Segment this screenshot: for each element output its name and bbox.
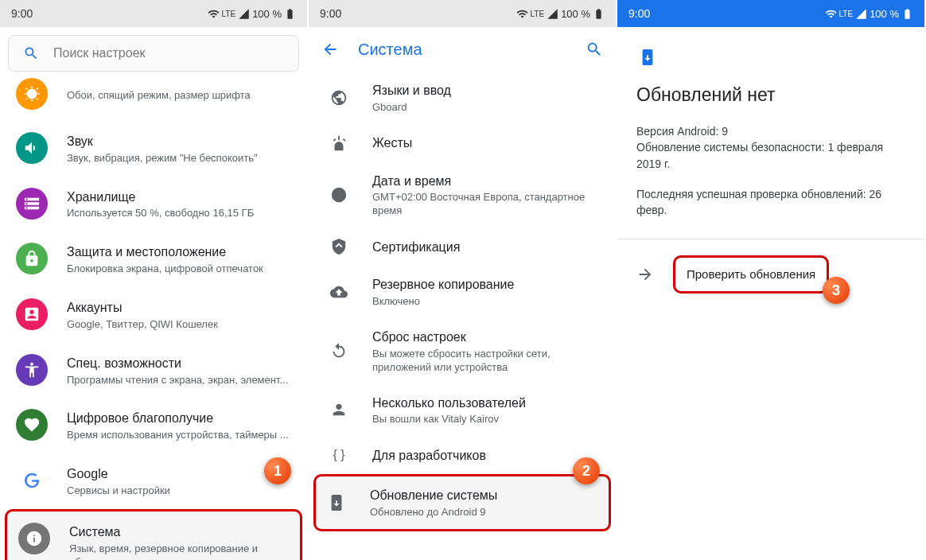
settings-item-sound[interactable]: ЗвукЗвук, вибрация, режим "Не беспокоить… <box>0 121 307 177</box>
account-icon <box>16 298 48 330</box>
callout-1: 1 <box>264 457 291 484</box>
app-bar: Система <box>309 27 616 72</box>
battery-icon <box>901 8 913 20</box>
system-item-users[interactable]: Несколько пользователейВы вошли как Vita… <box>309 384 616 437</box>
highlight-update: Обновление системыОбновлено до Android 9 <box>313 474 611 531</box>
status-time: 9:00 <box>320 7 341 20</box>
wifi-icon <box>825 8 837 20</box>
battery-label: 100 % <box>252 8 282 20</box>
sound-icon <box>16 132 48 164</box>
update-icon <box>327 493 346 512</box>
callout-3: 3 <box>823 277 850 304</box>
google-icon <box>16 465 48 496</box>
gesture-icon <box>329 134 348 153</box>
users-icon <box>329 400 348 419</box>
lock-icon <box>16 243 48 274</box>
settings-item-accessibility[interactable]: Спец. возможностиПрограммы чтения с экра… <box>0 343 307 399</box>
security-patch: Обновление системы безопасности: 1 февра… <box>636 139 905 172</box>
screen-system: 9:00 LTE 100 % Система Языки и вводGboar… <box>309 0 617 560</box>
update-phone-icon <box>636 46 659 68</box>
battery-icon <box>593 8 605 20</box>
android-version: Версия Android: 9 <box>636 123 905 139</box>
system-item-languages[interactable]: Языки и вводGboard <box>309 72 616 124</box>
battery-icon <box>284 8 296 20</box>
back-icon[interactable] <box>321 41 339 58</box>
globe-icon <box>329 88 348 107</box>
backup-icon <box>329 282 348 301</box>
signal-icon <box>547 8 558 20</box>
dev-icon: { } <box>329 445 348 465</box>
settings-item-security[interactable]: Защита и местоположениеБлокировка экрана… <box>0 231 307 287</box>
update-content: Обновлений нет Версия Android: 9 Обновле… <box>617 27 924 232</box>
status-icons: LTE 100 % <box>208 8 296 20</box>
status-bar: 9:00 LTE 100 % <box>617 0 924 27</box>
status-time: 9:00 <box>11 7 33 20</box>
search-icon <box>23 45 39 61</box>
signal-icon <box>855 8 867 20</box>
search-bar[interactable]: Поиск настроек <box>8 35 299 72</box>
check-updates-row: Проверить обновления <box>617 239 924 309</box>
settings-list: Обои, спящий режим, размер шрифта ЗвукЗв… <box>0 78 307 560</box>
status-icons: LTE 100 % <box>516 8 605 20</box>
settings-item-google[interactable]: GoogleСервисы и настройки <box>0 453 307 509</box>
settings-item-accounts[interactable]: АккаунтыGoogle, Твиттер, QIWI Кошелек <box>0 287 307 343</box>
reset-icon <box>329 341 348 360</box>
system-list: Языки и вводGboard Жесты Дата и времяGMT… <box>309 72 616 560</box>
signal-icon <box>238 8 250 20</box>
last-check: Последняя успешная проверка обновлений: … <box>636 186 905 219</box>
wifi-icon <box>516 8 528 20</box>
system-item-reset[interactable]: Сброс настроекВы можете сбросить настрой… <box>309 318 616 384</box>
system-item-update[interactable]: Обновление системыОбновлено до Android 9 <box>316 476 609 529</box>
a11y-icon <box>16 354 48 386</box>
wifi-icon <box>208 8 220 20</box>
settings-item-storage[interactable]: ХранилищеИспользуется 50 %, свободно 16,… <box>0 177 307 232</box>
system-item-datetime[interactable]: Дата и времяGMT+02:00 Восточная Европа, … <box>309 162 616 228</box>
cert-icon <box>329 237 348 256</box>
status-bar: 9:00 LTE 100 % <box>309 0 616 27</box>
update-heading: Обновлений нет <box>636 84 905 106</box>
callout-2: 2 <box>573 457 600 484</box>
system-item-gestures[interactable]: Жесты <box>309 124 616 162</box>
arrow-icon <box>636 266 654 283</box>
system-item-backup[interactable]: Резервное копированиеВключено <box>309 266 616 318</box>
network-label: LTE <box>222 10 236 18</box>
system-item-developer[interactable]: { } Для разработчиков <box>309 436 616 474</box>
settings-item-display[interactable]: Обои, спящий режим, размер шрифта <box>0 78 307 121</box>
heart-icon <box>16 409 48 441</box>
search-icon[interactable] <box>586 41 603 58</box>
screen-update: 9:00 LTE 100 % Обновлений нет Версия And… <box>617 0 926 560</box>
check-updates-button[interactable]: Проверить обновления <box>673 255 829 294</box>
info-icon <box>18 523 50 554</box>
settings-item-wellbeing[interactable]: Цифровое благополучиеВремя использования… <box>0 398 307 453</box>
status-bar: 9:00 LTE 100 % <box>0 0 307 27</box>
status-time: 9:00 <box>628 7 650 20</box>
page-title: Система <box>358 41 566 59</box>
display-icon <box>16 78 48 110</box>
highlight-system: СистемаЯзык, время, резервное копировани… <box>5 509 302 560</box>
settings-item-system[interactable]: СистемаЯзык, время, резервное копировани… <box>7 511 300 560</box>
screen-settings: 9:00 LTE 100 % Поиск настроек Обои, спящ… <box>0 0 309 560</box>
status-icons: LTE 100 % <box>825 8 913 20</box>
system-item-certification[interactable]: Сертификация <box>309 228 616 266</box>
clock-icon <box>329 185 348 204</box>
search-placeholder: Поиск настроек <box>53 46 146 60</box>
storage-icon <box>16 188 48 220</box>
check-updates-label: Проверить обновления <box>687 267 815 281</box>
